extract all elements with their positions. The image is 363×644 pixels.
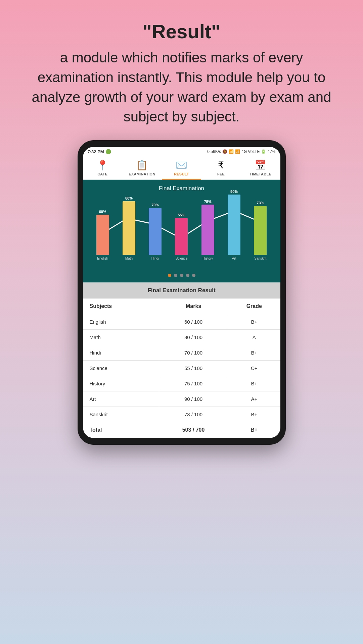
certificate-icon: 📍 [97, 160, 108, 171]
bar-sanskrit: 73% Sanskrit [247, 201, 273, 260]
cell-marks: 60 / 100 [159, 314, 228, 330]
result-section: Final Examination Result Subjects Marks … [83, 282, 280, 438]
cell-grade: B+ [228, 376, 280, 391]
nav-item-fee[interactable]: ₹ FEE [201, 156, 241, 179]
cell-marks: 503 / 700 [159, 422, 228, 438]
cell-marks: 80 / 100 [159, 330, 228, 345]
status-bar: 7:32 PM 🟢 0.56K/s 🔕 📶 📶 4G VoLTE 🔋 47% [83, 147, 280, 156]
chart-dot-3[interactable] [180, 274, 183, 277]
col-header-marks: Marks [159, 299, 228, 314]
phone-screen: 7:32 PM 🟢 0.56K/s 🔕 📶 📶 4G VoLTE 🔋 47% 📍… [83, 147, 280, 438]
bar-math: 80% Math [116, 196, 142, 260]
chart-dot-5[interactable] [192, 274, 195, 277]
cell-grade: A [228, 330, 280, 345]
nav-label-fee: FEE [217, 172, 225, 176]
cell-marks: 55 / 100 [159, 361, 228, 376]
bar-art: 90% Art [221, 190, 247, 260]
cell-grade: B+ [228, 407, 280, 422]
cell-marks: 75 / 100 [159, 376, 228, 391]
cell-subject: English [83, 314, 159, 330]
cell-grade: C+ [228, 361, 280, 376]
chart-area: Final Examination [83, 180, 280, 282]
col-header-subjects: Subjects [83, 299, 159, 314]
page-title: "Result" [27, 20, 336, 43]
table-row: History75 / 100B+ [83, 376, 280, 391]
status-icons: 0.56K/s 🔕 📶 📶 4G VoLTE 🔋 47% [207, 149, 275, 154]
cell-marks: 73 / 100 [159, 407, 228, 422]
result-header: Final Examination Result [83, 282, 280, 299]
nav-label-examination: EXAMINATION [129, 172, 155, 176]
table-row: English60 / 100B+ [83, 314, 280, 330]
cell-grade: A+ [228, 391, 280, 407]
bar-english: 60% English [90, 210, 116, 260]
table-row: Math80 / 100A [83, 330, 280, 345]
fee-icon: ₹ [218, 160, 224, 171]
cell-subject: Hindi [83, 345, 159, 361]
table-row: Total503 / 700B+ [83, 422, 280, 438]
bar-hindi: 70% Hindi [142, 203, 168, 260]
chart-container: 60% English 80% Math 70% Hindi [87, 197, 276, 270]
chart-dot-2[interactable] [174, 274, 177, 277]
chart-bars: 60% English 80% Math 70% Hindi [90, 207, 274, 260]
cell-grade: B+ [228, 422, 280, 438]
phone-frame: 7:32 PM 🟢 0.56K/s 🔕 📶 📶 4G VoLTE 🔋 47% 📍… [78, 140, 286, 445]
table-row: Sanskrit73 / 100B+ [83, 407, 280, 422]
page-subtitle: a module which notifies marks of every e… [32, 50, 331, 124]
nav-item-certificate[interactable]: 📍 CATE [83, 156, 123, 179]
cell-grade: B+ [228, 345, 280, 361]
table-row: Art90 / 100A+ [83, 391, 280, 407]
nav-label-timetable: TIMETABLE [249, 172, 271, 176]
nav-item-examination[interactable]: 📋 EXAMINATION [122, 156, 162, 179]
cell-marks: 70 / 100 [159, 345, 228, 361]
cell-subject: Total [83, 422, 159, 438]
col-header-grade: Grade [228, 299, 280, 314]
examination-icon: 📋 [136, 160, 148, 171]
cell-grade: B+ [228, 314, 280, 330]
cell-subject: Science [83, 361, 159, 376]
result-table: Subjects Marks Grade English60 / 100B+Ma… [83, 299, 280, 438]
nav-item-timetable[interactable]: 📅 TIMETABLE [241, 156, 280, 179]
cell-subject: Sanskrit [83, 407, 159, 422]
chart-title: Final Examination [87, 185, 276, 192]
nav-item-result[interactable]: ✉️ RESULT [162, 156, 201, 179]
table-row: Science55 / 100C+ [83, 361, 280, 376]
header-section: "Result" a module which notifies marks o… [0, 0, 363, 140]
table-row: Hindi70 / 100B+ [83, 345, 280, 361]
status-time: 7:32 PM 🟢 [88, 149, 111, 154]
cell-subject: Art [83, 391, 159, 407]
cell-subject: History [83, 376, 159, 391]
bar-science: 55% Science [168, 213, 194, 260]
chart-pagination [87, 274, 276, 277]
timetable-icon: 📅 [255, 160, 266, 171]
nav-label-certificate: CATE [97, 172, 107, 176]
result-icon: ✉️ [176, 160, 187, 171]
chart-dot-4[interactable] [186, 274, 189, 277]
chart-dot-1[interactable] [168, 274, 171, 277]
cell-marks: 90 / 100 [159, 391, 228, 407]
nav-label-result: RESULT [174, 172, 189, 176]
cell-subject: Math [83, 330, 159, 345]
navigation-bar: 📍 CATE 📋 EXAMINATION ✉️ RESULT ₹ FEE 📅 T… [83, 156, 280, 180]
bar-history: 75% History [195, 200, 221, 260]
table-header-row: Subjects Marks Grade [83, 299, 280, 314]
